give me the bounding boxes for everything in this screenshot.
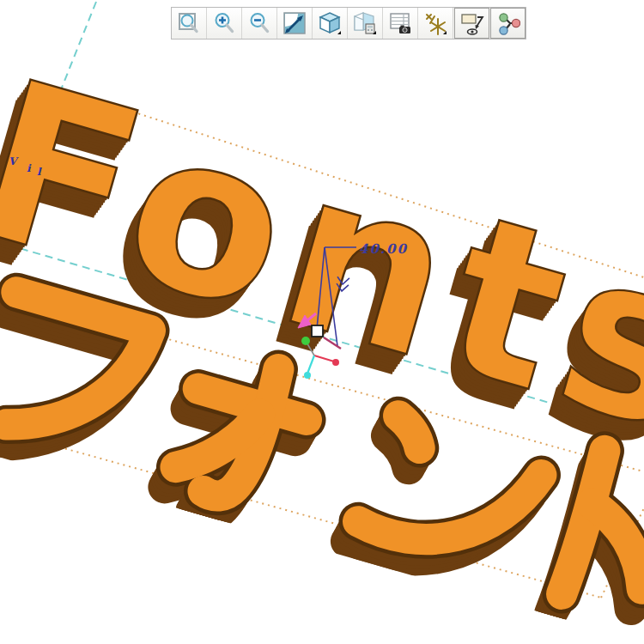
dimension-value: 40.00 — [359, 241, 408, 257]
report-table-button[interactable] — [383, 8, 418, 39]
vertex-handle[interactable] — [312, 325, 323, 337]
view-snapshot-button[interactable] — [348, 8, 383, 39]
magnifier-box-icon — [177, 11, 201, 35]
datum-tag-i[interactable]: i — [27, 162, 32, 174]
zoom-out-button[interactable] — [242, 8, 277, 39]
shaded-view-button[interactable] — [277, 8, 313, 39]
magnifier-minus-icon — [247, 11, 271, 35]
csys-x-dot — [332, 359, 339, 366]
csys-origin-dot — [301, 337, 310, 345]
csys-y-dot — [304, 372, 311, 379]
magnifier-plus-icon — [212, 11, 236, 35]
table-camera-icon — [388, 11, 412, 35]
shaded-arc-icon — [283, 11, 307, 35]
isometric-view-button[interactable] — [313, 8, 348, 39]
zoom-in-button[interactable] — [207, 8, 242, 39]
datum-asterisk-icon — [423, 11, 447, 35]
annotation-display-button[interactable] — [454, 8, 489, 39]
cad-viewport[interactable]: Fonts — [0, 0, 644, 644]
annotation-layer: V i l 40.00 — [0, 0, 644, 644]
zoom-window-button[interactable] — [172, 8, 207, 39]
model-tree-button[interactable] — [490, 8, 526, 39]
dimension-40[interactable]: 40.00 — [317, 241, 408, 346]
cube-icon — [318, 11, 342, 35]
edge-highlight — [324, 337, 341, 349]
datum-tag-v[interactable]: V — [9, 155, 19, 167]
datum-tag-l[interactable]: l — [37, 166, 42, 178]
cube-keypad-icon — [353, 11, 377, 35]
datum-display-button[interactable] — [418, 8, 453, 39]
note-eye-icon — [460, 11, 484, 35]
node-graph-icon — [496, 11, 520, 35]
view-toolbar — [171, 7, 526, 39]
